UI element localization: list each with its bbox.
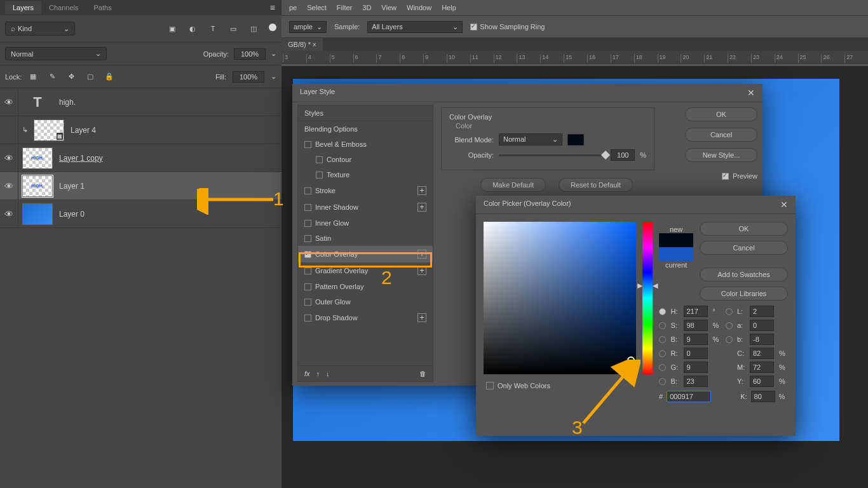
checkbox-icon[interactable] [304, 204, 311, 211]
fill-input[interactable]: 100% [233, 71, 264, 83]
document-tab[interactable]: GB/8) * × [281, 38, 323, 51]
style-item[interactable]: Outer Glow [298, 294, 433, 309]
radio-b[interactable] [659, 336, 666, 343]
layer-item-selected[interactable]: 👁 HIGH. Layer 1 [0, 172, 281, 200]
lock-all-icon[interactable]: 🔒 [104, 72, 114, 82]
s-input[interactable] [684, 320, 708, 331]
layer-item[interactable]: 👁 T high. [0, 88, 281, 116]
lock-trans-icon[interactable]: ▦ [28, 72, 38, 82]
checkbox-icon[interactable] [304, 315, 311, 322]
filter-adjust-icon[interactable]: ◐ [187, 24, 198, 34]
move-up-icon[interactable]: ↑ [316, 370, 320, 377]
reset-default-button[interactable]: Reset to Default [559, 178, 633, 192]
add-effect-icon[interactable]: + [417, 186, 426, 195]
color-cursor[interactable] [627, 356, 635, 364]
chevron-down-icon[interactable]: ⌄ [271, 50, 276, 58]
menu-item[interactable]: pe [289, 4, 297, 11]
visibility-icon[interactable]: 👁 [0, 97, 18, 107]
color-libraries-button[interactable]: Color Libraries [700, 287, 788, 301]
close-icon[interactable]: ✕ [747, 88, 755, 98]
checkbox-icon[interactable] [304, 268, 311, 274]
radio-l[interactable] [726, 308, 733, 315]
add-effect-icon[interactable]: + [417, 250, 426, 259]
menu-item[interactable]: Help [442, 4, 456, 11]
style-item[interactable]: Color Overlay+ [298, 246, 433, 262]
radio-g[interactable] [659, 364, 666, 371]
h-input[interactable] [684, 306, 708, 317]
checkbox-icon[interactable] [316, 172, 323, 179]
opacity-slider[interactable] [499, 154, 606, 156]
style-item[interactable]: Texture [298, 167, 433, 182]
radio-bl[interactable] [659, 378, 666, 385]
sampling-ring-checkbox[interactable]: Show Sampling Ring [470, 23, 545, 30]
blend-mode-select[interactable]: Normal ⌄ [5, 47, 107, 60]
menu-item[interactable]: Window [407, 4, 431, 11]
g-input[interactable] [684, 362, 708, 373]
tab-layers[interactable]: Layers [5, 1, 41, 14]
tab-channels[interactable]: Channels [41, 1, 86, 14]
labb-input[interactable] [750, 334, 774, 345]
opacity-input[interactable]: 100 [611, 149, 635, 161]
style-item[interactable]: Inner Glow [298, 215, 433, 231]
layer-item[interactable]: ↳ ▦ Layer 4 [0, 116, 281, 144]
tab-paths[interactable]: Paths [86, 1, 119, 14]
make-default-button[interactable]: Make Default [480, 178, 546, 192]
close-icon[interactable]: ✕ [780, 200, 788, 210]
checkbox-icon[interactable] [304, 283, 311, 290]
checkbox-icon[interactable] [304, 299, 311, 306]
checkbox-icon[interactable] [316, 156, 323, 163]
filter-shape-icon[interactable]: ▭ [228, 24, 238, 34]
b-input[interactable] [684, 334, 708, 345]
visibility-icon[interactable]: 👁 [0, 209, 18, 219]
trash-icon[interactable]: 🗑 [419, 370, 426, 377]
radio-a[interactable] [726, 322, 733, 329]
checkbox-icon[interactable] [304, 141, 311, 148]
bl-input[interactable] [684, 376, 708, 387]
y-input[interactable] [750, 376, 774, 387]
m-input[interactable] [750, 362, 774, 373]
color-swatch[interactable] [567, 134, 584, 146]
ok-button[interactable]: OK [700, 222, 788, 236]
hex-input[interactable] [667, 391, 711, 402]
move-down-icon[interactable]: ↓ [326, 370, 330, 377]
l-input[interactable] [750, 306, 774, 317]
filter-smart-icon[interactable]: ◫ [248, 24, 259, 34]
kind-filter[interactable]: ⌕ Kind ⌄ [5, 22, 75, 36]
menu-item[interactable]: Filter [337, 4, 352, 11]
style-item[interactable]: Stroke+ [298, 182, 433, 199]
style-item[interactable]: Bevel & Emboss [298, 137, 433, 152]
lock-artboard-icon[interactable]: ▢ [85, 72, 95, 82]
style-item[interactable]: Drop Shadow+ [298, 309, 433, 326]
k-input[interactable] [751, 391, 775, 402]
a-input[interactable] [750, 320, 774, 331]
style-item[interactable]: Inner Shadow+ [298, 199, 433, 215]
style-item[interactable]: Gradient Overlay+ [298, 262, 433, 279]
style-item[interactable]: Blending Options [298, 121, 433, 137]
menu-item[interactable]: Select [307, 4, 327, 11]
add-effect-icon[interactable]: + [417, 266, 426, 275]
layer-item[interactable]: 👁 HIGH. Layer 1 copy [0, 144, 281, 172]
lock-position-icon[interactable]: ✥ [66, 72, 76, 82]
menu-item[interactable]: View [381, 4, 397, 11]
style-item[interactable]: Contour [298, 152, 433, 167]
checkbox-icon[interactable] [304, 220, 311, 227]
style-item[interactable]: Satin [298, 231, 433, 246]
sample-size-select[interactable]: ample⌄ [289, 21, 327, 33]
add-effect-icon[interactable]: + [417, 313, 426, 322]
visibility-icon[interactable]: 👁 [0, 153, 18, 163]
panel-menu-icon[interactable]: ≡ [270, 3, 275, 13]
cancel-button[interactable]: Cancel [685, 128, 757, 142]
add-effect-icon[interactable]: + [417, 203, 426, 212]
style-item[interactable]: Pattern Overlay [298, 279, 433, 294]
menu-item[interactable]: 3D [362, 4, 371, 11]
radio-r[interactable] [659, 350, 666, 357]
opacity-input[interactable]: 100% [234, 48, 266, 60]
blend-mode-select[interactable]: Normal⌄ [499, 133, 562, 146]
add-swatches-button[interactable]: Add to Swatches [700, 268, 788, 281]
hue-slider[interactable]: ▶◀ [642, 222, 653, 374]
r-input[interactable] [684, 348, 708, 359]
filter-text-icon[interactable]: T [208, 24, 218, 34]
ok-button[interactable]: OK [685, 107, 757, 121]
color-compare-swatch[interactable] [659, 233, 693, 261]
chevron-down-icon[interactable]: ⌄ [271, 72, 276, 81]
